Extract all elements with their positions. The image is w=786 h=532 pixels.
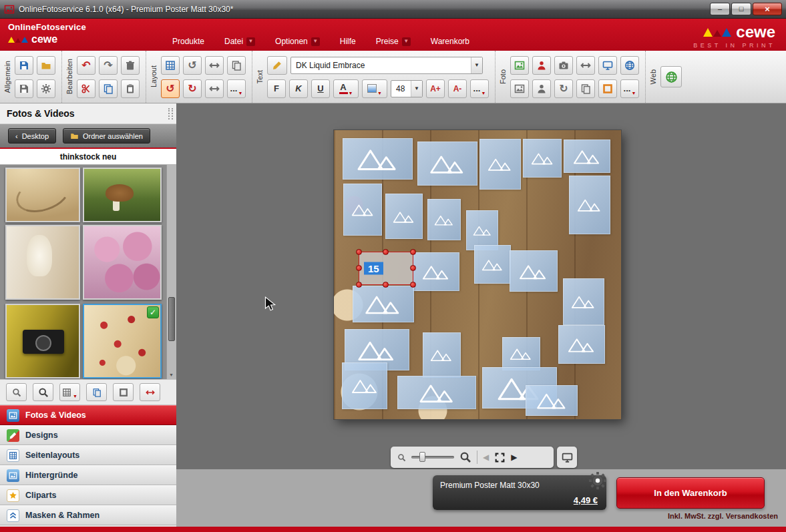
photo-placeholder[interactable] xyxy=(353,286,414,322)
zoom-in-icon[interactable] xyxy=(459,451,471,463)
sidebar-item-fotos-videos[interactable]: Fotos & Videos xyxy=(0,405,176,425)
panel-drag-handle[interactable] xyxy=(168,108,173,119)
resize-photo-button[interactable] xyxy=(576,56,595,75)
photo-placeholder[interactable] xyxy=(558,325,605,364)
maximize-button[interactable]: □ xyxy=(731,3,751,15)
photo-placeholder[interactable] xyxy=(466,210,498,250)
photo-placeholder[interactable] xyxy=(417,142,477,186)
import-photos-button[interactable] xyxy=(140,383,160,401)
bold-button[interactable]: F xyxy=(267,79,286,98)
next-page-button[interactable]: ▶ xyxy=(511,453,517,461)
selection-handle[interactable] xyxy=(356,265,362,271)
adjust-photo-button[interactable] xyxy=(510,79,529,98)
fit-view-button[interactable] xyxy=(494,452,506,463)
poster-canvas[interactable]: 15 xyxy=(334,130,621,419)
web-upload-button[interactable] xyxy=(660,66,682,87)
more-photo-options-button[interactable]: ...▼ xyxy=(620,79,639,98)
photo-placeholder[interactable] xyxy=(342,362,387,409)
selection-handle[interactable] xyxy=(410,249,416,255)
italic-button[interactable]: K xyxy=(289,79,308,98)
selection-handle[interactable] xyxy=(356,249,362,255)
font-family-select[interactable]: DK Liquid Embrace ▼ xyxy=(290,57,483,74)
fill-color-button[interactable]: ▼ xyxy=(362,79,387,98)
rotate-right-button[interactable]: ↻ xyxy=(183,79,202,98)
more-layout-options-button[interactable]: ...▼ xyxy=(227,79,246,98)
redo-button[interactable]: ↷ xyxy=(99,56,118,75)
menu-hilfe[interactable]: Hilfe xyxy=(340,37,356,46)
photo-placeholder[interactable] xyxy=(423,332,461,378)
menu-preise[interactable]: Preise▼ xyxy=(376,37,411,46)
photo-thumbnail-pink-stones[interactable] xyxy=(83,225,162,300)
sidebar-item-cliparts[interactable]: Cliparts xyxy=(0,485,176,505)
frame-button[interactable] xyxy=(598,79,617,98)
selection-handle[interactable] xyxy=(410,265,416,271)
photo-thumbnail-ice-cream[interactable] xyxy=(5,225,80,300)
zoom-out-icon[interactable] xyxy=(397,453,406,462)
portrait-button[interactable] xyxy=(532,79,551,98)
duplicate-layout-button[interactable] xyxy=(227,56,246,75)
web-photo-button[interactable] xyxy=(620,56,639,75)
photo-thumbnail-cookies-selected[interactable]: ✓ xyxy=(83,304,162,378)
menu-produkte[interactable]: Produkte xyxy=(172,37,204,46)
decrease-font-button[interactable]: A- xyxy=(448,79,467,98)
photo-thumbnail-mushroom[interactable] xyxy=(83,168,162,222)
copy-button[interactable] xyxy=(99,79,118,98)
photo-placeholder[interactable] xyxy=(343,184,382,236)
shuffle-layout-button[interactable]: ↺ xyxy=(183,56,202,75)
photo-placeholder[interactable] xyxy=(563,278,604,325)
grid-layout-button[interactable] xyxy=(161,56,180,75)
open-project-button[interactable] xyxy=(37,56,55,75)
photo-thumbnail-sand-doodle[interactable] xyxy=(5,168,80,222)
photo-placeholder[interactable] xyxy=(343,138,413,180)
copy-photo-button[interactable] xyxy=(576,79,595,98)
cut-button[interactable] xyxy=(77,79,95,98)
box-view-button[interactable] xyxy=(113,383,134,401)
rotate-left-button[interactable]: ↺ xyxy=(161,79,180,98)
font-color-button[interactable]: A ▼ xyxy=(333,79,359,98)
photo-placeholder[interactable] xyxy=(427,199,461,240)
close-button[interactable]: × xyxy=(753,3,782,15)
photo-placeholder[interactable] xyxy=(526,385,578,416)
minimize-button[interactable]: – xyxy=(710,3,730,15)
zoom-slider[interactable] xyxy=(411,456,454,459)
photo-placeholder[interactable] xyxy=(523,139,562,178)
scroll-down-icon[interactable]: ▼ xyxy=(169,372,174,377)
menu-warenkorb[interactable]: Warenkorb xyxy=(431,37,469,46)
photo-placeholder[interactable] xyxy=(479,139,521,190)
red-eye-button[interactable] xyxy=(532,56,551,75)
flip-button[interactable] xyxy=(205,79,224,98)
menu-optionen[interactable]: Optionen▼ xyxy=(275,37,320,46)
photo-placeholder[interactable] xyxy=(474,245,511,284)
photo-placeholder[interactable] xyxy=(510,250,558,292)
previous-page-button[interactable]: ◀ xyxy=(483,453,489,461)
selection-handle[interactable] xyxy=(410,282,416,288)
add-text-button[interactable] xyxy=(267,56,287,75)
duplicate-photos-button[interactable] xyxy=(86,383,107,401)
delete-button[interactable] xyxy=(121,56,140,75)
selection-handle[interactable] xyxy=(383,282,389,288)
photo-placeholder[interactable] xyxy=(397,376,476,409)
desktop-back-button[interactable]: ‹ Desktop xyxy=(8,128,56,144)
swap-pages-button[interactable] xyxy=(205,56,224,75)
thumbnail-view-button[interactable]: ▼ xyxy=(59,383,80,401)
scrollbar-thumb[interactable] xyxy=(168,297,175,341)
camera-button[interactable] xyxy=(554,56,573,75)
photo-thumbnail-retro-camera[interactable] xyxy=(5,304,80,378)
photo-placeholder[interactable] xyxy=(385,194,423,239)
combo-arrow-icon[interactable]: ▼ xyxy=(411,81,422,97)
photo-placeholder[interactable] xyxy=(502,337,540,370)
paste-button[interactable] xyxy=(121,79,140,98)
zoom-slider-handle[interactable] xyxy=(419,452,425,462)
undo-button[interactable]: ↶ xyxy=(77,56,95,75)
selection-handle[interactable] xyxy=(383,249,389,255)
choose-folder-button[interactable]: Ordner auswählen xyxy=(63,128,150,144)
rotate-photo-button[interactable]: ↻ xyxy=(554,79,573,98)
product-price[interactable]: 4,49 € xyxy=(574,495,598,505)
increase-font-button[interactable]: A+ xyxy=(426,79,445,98)
selection-handle[interactable] xyxy=(356,282,362,288)
selected-photo-placeholder[interactable]: 15 xyxy=(359,252,413,284)
sidebar-item-hintergruende[interactable]: Hintergründe xyxy=(0,465,176,485)
sidebar-item-designs[interactable]: Designs xyxy=(0,425,176,445)
underline-button[interactable]: U xyxy=(311,79,330,98)
edit-photo-button[interactable] xyxy=(510,56,529,75)
